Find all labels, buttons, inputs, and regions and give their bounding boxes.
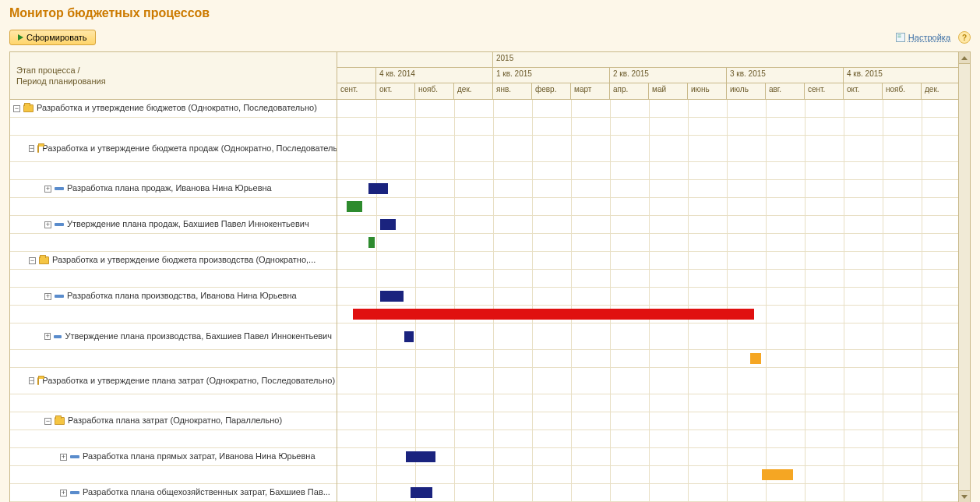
tree-row-label: Утверждение плана производства, Бахшиев …	[65, 331, 332, 341]
gantt-bar[interactable]	[404, 331, 414, 342]
gantt-bar[interactable]	[406, 451, 435, 462]
tree-row-label: Разработка и утверждение бюджетов (Однок…	[37, 103, 317, 113]
tree-toggle[interactable]: +	[44, 221, 51, 228]
page-title: Монитор бюджетных процессов	[0, 0, 980, 27]
settings-link[interactable]: Настройка	[896, 33, 950, 42]
tree-toggle[interactable]: +	[44, 186, 51, 193]
month-header-cell: апр.	[610, 83, 649, 100]
timeline-row	[337, 350, 958, 368]
gantt-bar[interactable]	[762, 469, 793, 480]
month-header-cell: май	[649, 83, 688, 100]
tree-toggle[interactable]: −	[44, 418, 51, 425]
tree-toggle[interactable]: +	[44, 293, 51, 300]
gantt-bar[interactable]	[750, 353, 761, 364]
timeline-row	[337, 136, 958, 162]
month-header-cell: дек.	[922, 83, 958, 100]
scroll-down-button[interactable]	[959, 490, 970, 502]
document-icon	[55, 223, 64, 226]
month-header-cell: сент.	[805, 83, 844, 100]
quarter-header-cell: 4 кв. 2015	[844, 68, 958, 83]
settings-icon	[896, 33, 905, 42]
timeline-row	[337, 288, 958, 306]
month-header-cell: янв.	[493, 83, 532, 100]
month-header-cell: дек.	[454, 83, 493, 100]
year-header-cell	[337, 52, 493, 67]
tree-row[interactable]: +Разработка плана продаж, Иванова Нина Ю…	[10, 180, 337, 198]
timeline-row	[337, 180, 958, 198]
tree-spacer-row	[10, 270, 337, 288]
gantt-bar[interactable]	[368, 237, 375, 248]
tree-toggle[interactable]: +	[60, 490, 67, 497]
timeline-row	[337, 100, 958, 118]
document-icon	[70, 455, 79, 458]
tree-row-label: Разработка и утверждение бюджета произво…	[52, 255, 316, 265]
quarter-header-cell: 3 кв. 2015	[727, 68, 844, 83]
tree-spacer-row	[10, 466, 337, 484]
document-icon	[55, 187, 64, 190]
folder-icon	[37, 377, 39, 385]
generate-button[interactable]: Сформировать	[9, 30, 96, 45]
vertical-scrollbar[interactable]	[958, 52, 970, 502]
quarter-header-cell: 1 кв. 2015	[493, 68, 610, 83]
tree-row-label: Разработка плана производства, Иванова Н…	[67, 291, 297, 301]
tree-row[interactable]: +Разработка плана общехозяйственных затр…	[10, 484, 337, 502]
tree-toggle[interactable]: +	[60, 454, 67, 461]
timeline-row	[337, 234, 958, 252]
folder-icon	[55, 417, 65, 425]
timeline-row	[337, 394, 958, 412]
folder-icon	[23, 104, 33, 112]
tree-row[interactable]: +Утверждение плана производства, Бахшиев…	[10, 323, 337, 350]
tree-toggle[interactable]: +	[44, 333, 51, 340]
timeline-row	[337, 306, 958, 323]
timeline-row	[337, 252, 958, 270]
timeline-header: 2015 4 кв. 20141 кв. 20152 кв. 20153 кв.…	[337, 52, 958, 100]
gantt-bar[interactable]	[380, 219, 396, 230]
month-header-cell: авг.	[766, 83, 805, 100]
tree-spacer-row	[10, 394, 337, 412]
generate-button-label: Сформировать	[26, 33, 87, 42]
gantt-bar[interactable]	[368, 183, 388, 194]
tree-row[interactable]: −Разработка и утверждение бюджетов (Одно…	[10, 100, 337, 118]
gantt-bar[interactable]	[353, 309, 754, 320]
tree-row[interactable]: −Разработка и утверждение плана затрат (…	[10, 368, 337, 394]
tree-row-label: Разработка плана общехозяйственных затра…	[83, 487, 330, 497]
tree-spacer-row	[10, 198, 337, 216]
left-header-line1: Этап процесса /	[16, 65, 80, 75]
month-header-cell: окт.	[844, 83, 883, 100]
month-header-cell: окт.	[376, 83, 415, 100]
tree-row[interactable]: +Разработка плана производства, Иванова …	[10, 288, 337, 306]
tree-row[interactable]: +Утверждение плана продаж, Бахшиев Павел…	[10, 216, 337, 234]
quarter-header-cell: 4 кв. 2014	[376, 68, 493, 83]
timeline-row	[337, 448, 958, 466]
gantt-bar[interactable]	[347, 201, 362, 212]
tree-spacer-row	[10, 350, 337, 368]
month-header-cell: февр.	[532, 83, 571, 100]
chevron-down-icon	[961, 495, 968, 499]
tree-row[interactable]: −Разработка и утверждение бюджета произв…	[10, 252, 337, 270]
tree-row[interactable]: −Разработка и утверждение бюджета продаж…	[10, 136, 337, 162]
tree-row[interactable]: +Разработка плана прямых затрат, Иванова…	[10, 448, 337, 466]
settings-link-label: Настройка	[908, 33, 950, 42]
left-body: −Разработка и утверждение бюджетов (Одно…	[10, 100, 337, 502]
quarter-header-cell: 2 кв. 2015	[610, 68, 727, 83]
tree-toggle[interactable]: −	[29, 145, 34, 152]
gantt-bar[interactable]	[380, 291, 404, 302]
document-icon	[70, 491, 79, 494]
month-header-cell: сент.	[337, 83, 376, 100]
tree-row[interactable]: −Разработка плана затрат (Однократно, Па…	[10, 412, 337, 430]
tree-row-label: Разработка и утверждение бюджета продаж …	[42, 143, 337, 154]
tree-toggle[interactable]: −	[29, 257, 36, 264]
month-header-cell: июнь	[688, 83, 727, 100]
tree-row-label: Разработка плана прямых затрат, Иванова …	[83, 451, 316, 461]
toolbar: Сформировать Настройка ?	[0, 27, 980, 51]
year-header-cell: 2015	[493, 52, 958, 67]
scroll-up-button[interactable]	[959, 52, 970, 64]
document-icon	[54, 335, 62, 338]
tree-toggle[interactable]: −	[29, 377, 34, 384]
document-icon	[55, 295, 64, 298]
timeline-row	[337, 162, 958, 180]
timeline-body	[337, 100, 958, 502]
tree-toggle[interactable]: −	[13, 105, 20, 112]
help-icon[interactable]: ?	[958, 31, 971, 44]
gantt-bar[interactable]	[411, 487, 432, 498]
